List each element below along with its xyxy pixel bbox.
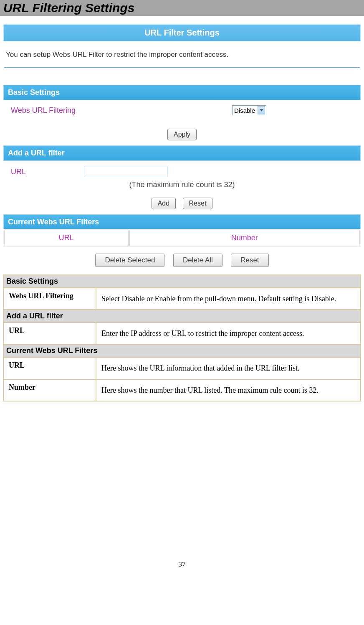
desc-label-webs-filtering: Webs URL Filtering xyxy=(4,288,96,309)
desc-header-current: Current Webs URL Filters xyxy=(4,345,360,357)
banner-url-filter-settings: URL Filter Settings xyxy=(3,24,361,41)
desc-text-current-url: Here shows the URL information that adde… xyxy=(96,358,360,379)
column-url: URL xyxy=(4,230,129,246)
apply-button-row: Apply xyxy=(3,129,361,140)
reset-button[interactable]: Reset xyxy=(183,198,213,209)
page-number: 37 xyxy=(0,560,364,577)
label-webs-url-filtering: Webs URL Filtering xyxy=(11,106,232,115)
label-url: URL xyxy=(11,168,84,176)
bottom-buttons: Delete Selected Delete All Reset xyxy=(3,254,361,267)
desc-text-number: Here shows the number that URL listed. T… xyxy=(96,380,360,401)
settings-screenshot: URL Filter Settings You can setup Webs U… xyxy=(3,24,361,267)
desc-text-webs-filtering: Select Disable or Enable from the pull-d… xyxy=(96,288,360,309)
desc-label-number: Number xyxy=(4,380,96,401)
description-table: Basic Settings Webs URL Filtering Select… xyxy=(3,274,361,401)
reset-button-bottom[interactable]: Reset xyxy=(231,254,268,267)
dropdown-webs-url-filtering[interactable]: Disable xyxy=(232,105,266,115)
add-reset-row: Add Reset xyxy=(3,198,361,209)
section-basic-settings: Basic Settings xyxy=(3,85,361,100)
chevron-down-icon xyxy=(258,106,265,114)
desc-label-url: URL xyxy=(4,323,96,344)
section-current-filters: Current Webs URL Filters xyxy=(3,214,361,230)
page-title-bar: URL Filtering Settings xyxy=(0,0,364,16)
max-rule-note: (The maximum rule count is 32) xyxy=(3,180,361,189)
url-input[interactable] xyxy=(84,167,167,177)
section-add-url-filter: Add a URL filter xyxy=(3,145,361,161)
page-title: URL Filtering Settings xyxy=(3,1,364,15)
row-webs-url-filtering: Webs URL Filtering Disable xyxy=(3,100,361,120)
column-number: Number xyxy=(129,230,360,246)
row-url-input: URL xyxy=(3,161,361,179)
delete-all-button[interactable]: Delete All xyxy=(173,254,222,267)
current-filters-table: URL Number xyxy=(3,229,361,247)
desc-label-current-url: URL xyxy=(4,358,96,379)
desc-header-basic: Basic Settings xyxy=(4,275,360,287)
delete-selected-button[interactable]: Delete Selected xyxy=(95,254,164,267)
apply-button[interactable]: Apply xyxy=(167,129,197,140)
desc-text-url: Enter the IP address or URL to restrict … xyxy=(96,323,360,344)
dropdown-value: Disable xyxy=(234,107,255,114)
divider xyxy=(4,67,360,68)
desc-header-add-filter: Add a URL filter xyxy=(4,310,360,322)
description-text: You can setup Webs URL Filter to restric… xyxy=(6,51,358,59)
add-button[interactable]: Add xyxy=(152,198,176,209)
